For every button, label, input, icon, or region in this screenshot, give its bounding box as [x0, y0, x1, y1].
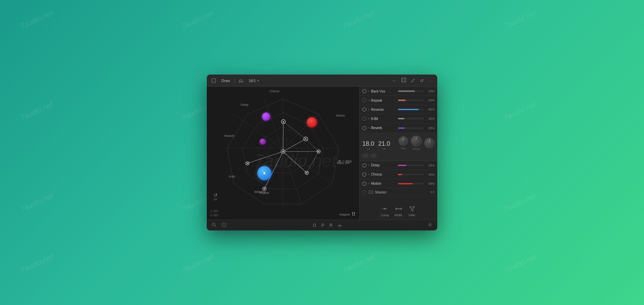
more-button[interactable]: ··· — [428, 77, 434, 84]
back-vox-plus[interactable]: + — [368, 89, 370, 93]
delay-toggle[interactable] — [362, 163, 366, 167]
motion-bar-container — [398, 183, 424, 184]
delay-row[interactable]: + Delay 33% — [360, 161, 437, 170]
toolbar: Draw 16/1 ▾ ← — [207, 75, 437, 87]
draw-mode-icon[interactable] — [210, 78, 217, 83]
back-vox-pct: 10% — [425, 89, 435, 93]
reverb-plus[interactable]: + — [368, 126, 370, 130]
filter-group[interactable]: Filter — [408, 205, 416, 217]
status-o[interactable]: O — [313, 223, 316, 228]
chorus-toggle[interactable] — [362, 172, 366, 177]
motion-toggle[interactable] — [362, 182, 366, 186]
svg-rect-7 — [402, 78, 406, 82]
svg-line-41 — [306, 139, 319, 151]
info-icon[interactable] — [222, 222, 226, 228]
toolbar-center: ← ↺ ··· — [391, 77, 434, 84]
reverb-hi-label: Hi — [383, 147, 386, 150]
reverse-bar — [398, 109, 418, 110]
filter-icon[interactable] — [408, 205, 416, 213]
motion-plus[interactable]: + — [368, 182, 370, 185]
back-vox-toggle[interactable] — [362, 89, 366, 93]
screen-dots-top: · · · · · · · · · · · — [303, 47, 341, 50]
master-toggle[interactable] — [362, 190, 366, 194]
bit8-toggle[interactable] — [362, 117, 366, 121]
magnet-control[interactable]: Magnet — [340, 212, 356, 217]
reverb-bar-container — [398, 127, 424, 129]
svg-point-46 — [384, 208, 385, 209]
watermark: 7audio.net — [180, 8, 215, 31]
repeat-plus[interactable]: + — [368, 99, 370, 102]
bit8-row[interactable]: + 8-Bit 10% — [360, 114, 437, 123]
repeat-row[interactable]: + Repeat 10% — [360, 96, 437, 105]
knob-dec-group: Dec — [399, 136, 408, 150]
reverb-detail-panel: 18.0 Lo 21.0 Hi Dec — [360, 133, 437, 161]
master-dots: · · · · · · · · · · · · · · · — [403, 190, 428, 195]
comp-group[interactable]: Comp — [381, 205, 389, 217]
draw-mode-button[interactable]: Draw — [220, 78, 232, 83]
watermark: 7audio.net — [502, 191, 537, 214]
motion-node[interactable] — [307, 117, 317, 127]
undo-button[interactable]: ↺ — [419, 77, 424, 84]
chorus-row[interactable]: + Chorus 40% — [360, 170, 437, 179]
width-group[interactable]: Width — [395, 205, 403, 217]
reverb-node[interactable] — [260, 139, 266, 145]
damp-knob[interactable] — [411, 136, 422, 146]
filter-label: Filter — [409, 214, 416, 217]
chorus-pct: 40% — [425, 173, 435, 176]
pencil-button[interactable] — [410, 77, 416, 84]
watermark: 7audio.net — [180, 252, 215, 275]
status-p[interactable]: P — [321, 223, 324, 228]
gear-icon[interactable] — [428, 222, 432, 228]
reverb-name: Reverb — [371, 126, 397, 130]
percent-indicator: 91% — [338, 160, 352, 163]
app-window: Draw 16/1 ▾ ← — [207, 75, 437, 230]
spider-web-svg: 7audio.net — [207, 87, 359, 220]
reverse-toggle[interactable] — [362, 107, 366, 111]
svg-point-60 — [429, 224, 431, 226]
screen-dots-bottom: · · · · · · · · · · · — [303, 214, 341, 217]
status-infinity[interactable]: ∞ — [338, 223, 341, 228]
toolbar-left: Draw 16/1 ▾ — [210, 78, 388, 83]
master-icon[interactable] — [368, 190, 373, 194]
chorus-bar-container — [398, 174, 424, 175]
comp-icon[interactable] — [381, 205, 389, 213]
back-vox-bar-container — [398, 90, 424, 92]
bit8-plus[interactable]: + — [368, 117, 370, 121]
status-r[interactable]: R — [329, 223, 333, 228]
reverb-hi-value: 21.0 — [378, 141, 390, 147]
knob3[interactable] — [424, 138, 435, 148]
watermark: 7audio.net — [502, 100, 537, 123]
x-coord: X 360 — [210, 214, 218, 217]
watermark: 7audio.net — [502, 252, 537, 275]
delay-plus[interactable]: + — [368, 163, 370, 167]
box-button[interactable] — [401, 77, 407, 84]
search-icon[interactable] — [212, 222, 216, 228]
back-vox-row[interactable]: + Back Vox 10% — [360, 87, 437, 96]
dec-label: Dec — [401, 147, 406, 150]
percent-91: 91% — [346, 160, 352, 163]
repeat-toggle[interactable] — [362, 98, 366, 102]
reverb-pct: 26% — [425, 126, 435, 130]
master-row[interactable]: Master · · · · · · · · · · · · · · · 0.0 — [360, 188, 437, 196]
rate-button[interactable]: 16/1 ▾ — [247, 78, 260, 83]
y-coord: Y 210 — [210, 209, 218, 213]
reverb-toggle[interactable] — [362, 126, 366, 130]
delaying-node[interactable] — [257, 166, 271, 180]
reverse-plus[interactable]: + — [368, 108, 370, 111]
visualizer[interactable]: 7audio.net Chorus Delay Reverb 8- — [207, 87, 359, 220]
back-button[interactable]: ← — [391, 77, 397, 84]
rotation-icon: ↺ — [214, 192, 218, 198]
reverb-row[interactable]: + Reverb 26% — [360, 124, 437, 133]
main-content: 7audio.net Chorus Delay Reverb 8- — [207, 87, 437, 220]
quantize-icon[interactable] — [237, 78, 245, 83]
reverse-row[interactable]: + Reverse 80% — [360, 105, 437, 114]
chorus-plus[interactable]: + — [368, 172, 370, 176]
motion-row[interactable]: + Motion 58% — [360, 179, 437, 188]
delay-node[interactable] — [262, 113, 270, 121]
reverb-toggle-2[interactable]: ~ — [370, 153, 377, 158]
rotation-value: 99° — [214, 198, 218, 201]
dec-knob[interactable] — [399, 136, 408, 146]
reverb-toggle-1[interactable]: ~ — [362, 153, 368, 158]
reverb-lo-value: 18.0 — [362, 141, 374, 147]
width-icon[interactable] — [395, 205, 403, 213]
